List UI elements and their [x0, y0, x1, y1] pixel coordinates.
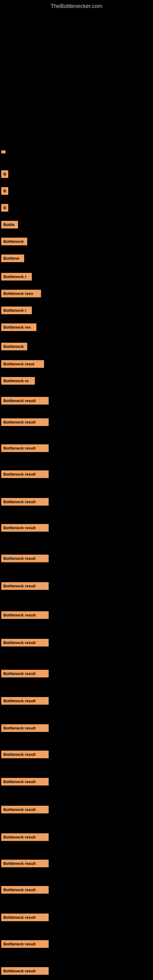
- bottleneck-bar-10: Bottleneck r: [1, 307, 32, 314]
- bottleneck-bar-2: B: [1, 170, 8, 178]
- bottleneck-bar-22: Bottleneck result: [1, 582, 49, 590]
- bottleneck-bar-29: Bottleneck result: [1, 778, 49, 786]
- bottleneck-bar-15: Bottleneck result: [1, 397, 49, 404]
- bottleneck-bar-5: Bottle: [1, 221, 18, 229]
- bottleneck-bar-4: B: [1, 204, 8, 212]
- bottleneck-bar-35: Bottleneck result: [1, 940, 49, 948]
- bottleneck-bar-28: Bottleneck result: [1, 751, 49, 758]
- bottleneck-bar-8: Bottleneck r: [1, 273, 32, 280]
- bottleneck-bar-24: Bottleneck result: [1, 639, 49, 646]
- bottleneck-bar-13: Bottleneck resul: [1, 360, 44, 368]
- bottleneck-bar-14: Bottleneck re: [1, 377, 35, 385]
- site-title: TheBottlenecker.com: [51, 3, 102, 9]
- bottleneck-bar-21: Bottleneck result: [1, 555, 49, 562]
- bottleneck-bar-17: Bottleneck result: [1, 444, 49, 452]
- bottleneck-bar-1: [1, 150, 5, 153]
- bottleneck-bar-27: Bottleneck result: [1, 724, 49, 732]
- bottleneck-bar-3: B: [1, 187, 8, 195]
- bars-container: BBBBottleBottleneckBottleneBottleneck rB…: [0, 13, 153, 977]
- bottleneck-bar-25: Bottleneck result: [1, 670, 49, 678]
- bottleneck-bar-18: Bottleneck result: [1, 470, 49, 478]
- bottleneck-bar-30: Bottleneck result: [1, 806, 49, 813]
- bottleneck-bar-36: Bottleneck result: [1, 967, 49, 975]
- bottleneck-bar-19: Bottleneck result: [1, 498, 49, 506]
- bottleneck-bar-7: Bottlene: [1, 255, 24, 262]
- bottleneck-bar-11: Bottleneck res: [1, 323, 37, 331]
- bottleneck-bar-31: Bottleneck result: [1, 833, 49, 841]
- bottleneck-bar-32: Bottleneck result: [1, 860, 49, 867]
- bottleneck-bar-33: Bottleneck result: [1, 886, 49, 894]
- bottleneck-bar-26: Bottleneck result: [1, 697, 49, 705]
- bottleneck-bar-20: Bottleneck result: [1, 524, 49, 531]
- bottleneck-bar-23: Bottleneck result: [1, 611, 49, 619]
- site-title-container: TheBottlenecker.com: [0, 0, 153, 13]
- bottleneck-bar-6: Bottleneck: [1, 238, 27, 245]
- bottleneck-bar-9: Bottleneck resu: [1, 290, 41, 298]
- bottleneck-bar-34: Bottleneck result: [1, 913, 49, 921]
- bottleneck-bar-16: Bottleneck result: [1, 418, 49, 426]
- bottleneck-bar-12: Bottleneck: [1, 343, 27, 350]
